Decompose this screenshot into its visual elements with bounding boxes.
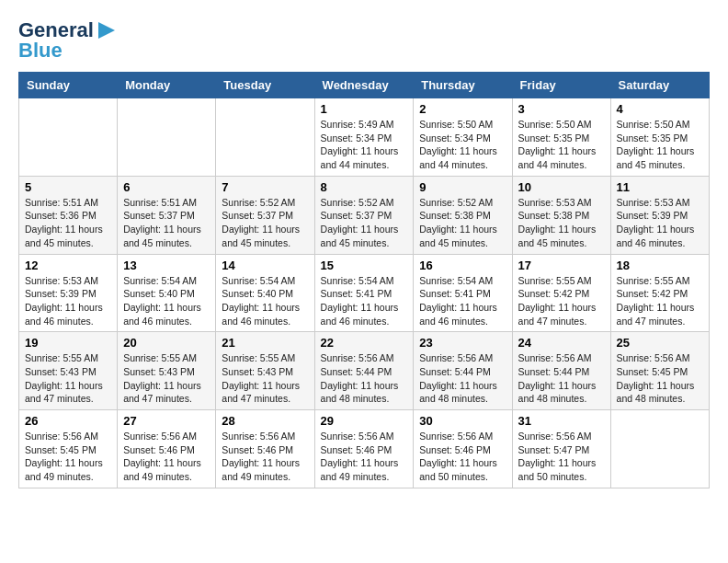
- day-info: Sunrise: 5:56 AM Sunset: 5:45 PM Dayligh…: [25, 430, 111, 484]
- day-number: 20: [123, 336, 210, 350]
- day-cell: 1Sunrise: 5:49 AM Sunset: 5:34 PM Daylig…: [314, 98, 414, 177]
- day-cell: 23Sunrise: 5:56 AM Sunset: 5:44 PM Dayli…: [414, 332, 512, 410]
- week-row-1: 1Sunrise: 5:49 AM Sunset: 5:34 PM Daylig…: [19, 98, 710, 177]
- day-cell: 16Sunrise: 5:54 AM Sunset: 5:41 PM Dayli…: [414, 254, 512, 332]
- day-info: Sunrise: 5:54 AM Sunset: 5:41 PM Dayligh…: [321, 274, 408, 328]
- day-cell: 31Sunrise: 5:56 AM Sunset: 5:47 PM Dayli…: [512, 410, 610, 488]
- day-cell: 21Sunrise: 5:55 AM Sunset: 5:43 PM Dayli…: [216, 332, 314, 410]
- day-cell: 14Sunrise: 5:54 AM Sunset: 5:40 PM Dayli…: [216, 254, 314, 332]
- day-number: 27: [123, 414, 210, 428]
- day-cell: 15Sunrise: 5:54 AM Sunset: 5:41 PM Dayli…: [314, 254, 414, 332]
- day-number: 16: [419, 259, 506, 272]
- day-cell: 25Sunrise: 5:56 AM Sunset: 5:45 PM Dayli…: [610, 332, 709, 410]
- weekday-header-monday: Monday: [118, 73, 216, 98]
- day-cell: 12Sunrise: 5:53 AM Sunset: 5:39 PM Dayli…: [19, 254, 118, 332]
- day-number: 7: [222, 180, 308, 194]
- day-cell: 5Sunrise: 5:51 AM Sunset: 5:36 PM Daylig…: [19, 176, 118, 254]
- day-cell: 27Sunrise: 5:56 AM Sunset: 5:46 PM Dayli…: [118, 410, 216, 488]
- weekday-header-row: SundayMondayTuesdayWednesdayThursdayFrid…: [19, 73, 710, 98]
- day-info: Sunrise: 5:56 AM Sunset: 5:46 PM Dayligh…: [419, 430, 506, 484]
- weekday-header-thursday: Thursday: [414, 73, 512, 98]
- day-cell: 30Sunrise: 5:56 AM Sunset: 5:46 PM Dayli…: [414, 410, 512, 488]
- day-cell: 7Sunrise: 5:52 AM Sunset: 5:37 PM Daylig…: [216, 176, 314, 254]
- logo-flag-icon: [97, 20, 117, 40]
- day-number: 29: [321, 414, 408, 428]
- day-info: Sunrise: 5:55 AM Sunset: 5:43 PM Dayligh…: [123, 351, 210, 406]
- day-cell: 9Sunrise: 5:52 AM Sunset: 5:38 PM Daylig…: [414, 176, 512, 254]
- day-info: Sunrise: 5:53 AM Sunset: 5:39 PM Dayligh…: [25, 274, 111, 328]
- day-number: 26: [25, 414, 111, 428]
- day-info: Sunrise: 5:56 AM Sunset: 5:45 PM Dayligh…: [617, 351, 703, 406]
- day-info: Sunrise: 5:52 AM Sunset: 5:38 PM Dayligh…: [419, 196, 506, 250]
- weekday-header-tuesday: Tuesday: [216, 73, 314, 98]
- day-number: 17: [518, 259, 605, 272]
- day-number: 8: [321, 180, 408, 194]
- day-number: 18: [617, 259, 703, 272]
- day-cell: 10Sunrise: 5:53 AM Sunset: 5:38 PM Dayli…: [512, 176, 610, 254]
- day-cell: 4Sunrise: 5:50 AM Sunset: 5:35 PM Daylig…: [610, 98, 709, 177]
- day-info: Sunrise: 5:56 AM Sunset: 5:46 PM Dayligh…: [222, 430, 308, 484]
- day-number: 30: [419, 414, 506, 428]
- day-number: 13: [123, 259, 210, 272]
- day-cell: 28Sunrise: 5:56 AM Sunset: 5:46 PM Dayli…: [216, 410, 314, 488]
- day-number: 24: [518, 336, 605, 350]
- day-number: 10: [518, 180, 605, 194]
- day-number: 19: [25, 336, 111, 350]
- svg-marker-0: [98, 22, 115, 39]
- day-number: 6: [123, 180, 210, 194]
- day-cell: 18Sunrise: 5:55 AM Sunset: 5:42 PM Dayli…: [610, 254, 709, 332]
- day-info: Sunrise: 5:56 AM Sunset: 5:44 PM Dayligh…: [321, 351, 408, 406]
- logo-blue-text: Blue: [18, 39, 63, 63]
- day-info: Sunrise: 5:56 AM Sunset: 5:47 PM Dayligh…: [518, 430, 605, 484]
- day-number: 15: [321, 259, 408, 272]
- weekday-header-sunday: Sunday: [19, 73, 118, 98]
- day-cell: 6Sunrise: 5:51 AM Sunset: 5:37 PM Daylig…: [118, 176, 216, 254]
- day-cell: 11Sunrise: 5:53 AM Sunset: 5:39 PM Dayli…: [610, 176, 709, 254]
- day-cell: 20Sunrise: 5:55 AM Sunset: 5:43 PM Dayli…: [118, 332, 216, 410]
- day-info: Sunrise: 5:50 AM Sunset: 5:35 PM Dayligh…: [518, 118, 605, 172]
- day-info: Sunrise: 5:56 AM Sunset: 5:46 PM Dayligh…: [123, 430, 210, 484]
- day-info: Sunrise: 5:50 AM Sunset: 5:35 PM Dayligh…: [617, 118, 703, 172]
- day-info: Sunrise: 5:54 AM Sunset: 5:40 PM Dayligh…: [222, 274, 308, 328]
- day-info: Sunrise: 5:50 AM Sunset: 5:34 PM Dayligh…: [419, 118, 506, 172]
- weekday-header-saturday: Saturday: [610, 73, 709, 98]
- day-cell: [19, 98, 118, 177]
- day-info: Sunrise: 5:53 AM Sunset: 5:39 PM Dayligh…: [617, 196, 703, 250]
- day-info: Sunrise: 5:49 AM Sunset: 5:34 PM Dayligh…: [321, 118, 408, 172]
- day-cell: 2Sunrise: 5:50 AM Sunset: 5:34 PM Daylig…: [414, 98, 512, 177]
- day-number: 21: [222, 336, 308, 350]
- logo-combined: General Blue: [18, 18, 117, 63]
- calendar-table: SundayMondayTuesdayWednesdayThursdayFrid…: [18, 72, 710, 488]
- day-info: Sunrise: 5:56 AM Sunset: 5:46 PM Dayligh…: [321, 430, 408, 484]
- weekday-header-wednesday: Wednesday: [314, 73, 414, 98]
- day-cell: [216, 98, 314, 177]
- day-number: 5: [25, 180, 111, 194]
- day-number: 14: [222, 259, 308, 272]
- day-cell: [610, 410, 709, 488]
- page-header: General Blue: [18, 18, 710, 63]
- day-number: 2: [419, 102, 506, 116]
- day-info: Sunrise: 5:54 AM Sunset: 5:40 PM Dayligh…: [123, 274, 210, 328]
- week-row-4: 19Sunrise: 5:55 AM Sunset: 5:43 PM Dayli…: [19, 332, 710, 410]
- day-cell: 24Sunrise: 5:56 AM Sunset: 5:44 PM Dayli…: [512, 332, 610, 410]
- day-info: Sunrise: 5:51 AM Sunset: 5:36 PM Dayligh…: [25, 196, 111, 250]
- day-number: 28: [222, 414, 308, 428]
- day-info: Sunrise: 5:56 AM Sunset: 5:44 PM Dayligh…: [419, 351, 506, 406]
- day-cell: 29Sunrise: 5:56 AM Sunset: 5:46 PM Dayli…: [314, 410, 414, 488]
- week-row-5: 26Sunrise: 5:56 AM Sunset: 5:45 PM Dayli…: [19, 410, 710, 488]
- day-number: 25: [617, 336, 703, 350]
- logo: General Blue: [18, 18, 117, 63]
- day-number: 4: [617, 102, 703, 116]
- day-info: Sunrise: 5:52 AM Sunset: 5:37 PM Dayligh…: [321, 196, 408, 250]
- weekday-header-friday: Friday: [512, 73, 610, 98]
- day-info: Sunrise: 5:53 AM Sunset: 5:38 PM Dayligh…: [518, 196, 605, 250]
- day-number: 12: [25, 259, 111, 272]
- day-info: Sunrise: 5:51 AM Sunset: 5:37 PM Dayligh…: [123, 196, 210, 250]
- day-cell: 22Sunrise: 5:56 AM Sunset: 5:44 PM Dayli…: [314, 332, 414, 410]
- day-number: 11: [617, 180, 703, 194]
- day-info: Sunrise: 5:52 AM Sunset: 5:37 PM Dayligh…: [222, 196, 308, 250]
- day-number: 9: [419, 180, 506, 194]
- day-cell: 17Sunrise: 5:55 AM Sunset: 5:42 PM Dayli…: [512, 254, 610, 332]
- day-number: 31: [518, 414, 605, 428]
- day-cell: [118, 98, 216, 177]
